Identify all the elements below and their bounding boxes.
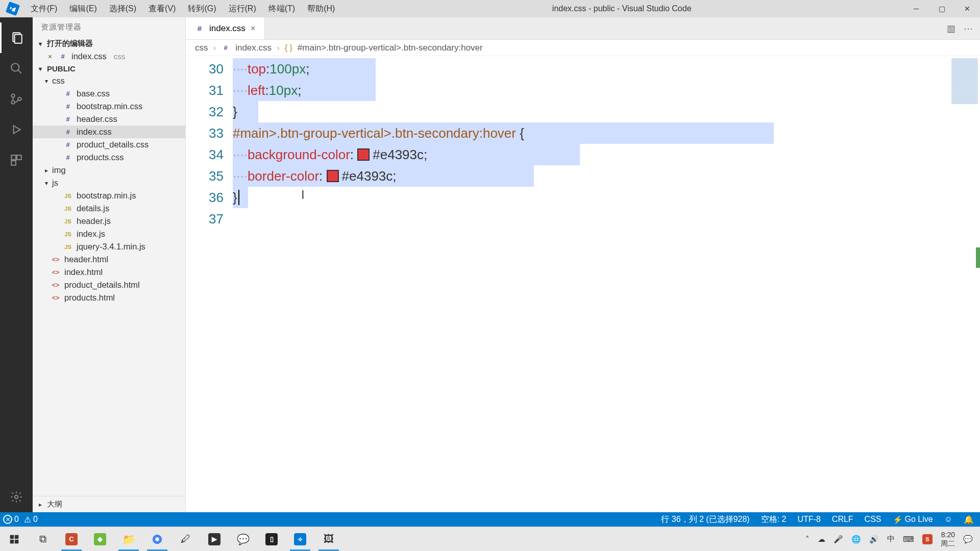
activity-extensions-icon[interactable] [0,145,33,176]
js-icon: JS [63,244,72,250]
minimize-button[interactable]: ─ [903,0,929,17]
activity-settings-icon[interactable] [0,482,33,512]
svg-line-3 [18,70,21,73]
status-warnings[interactable]: ⚠0 [24,515,38,524]
file-label: header.js [77,216,111,226]
taskbar-app-3[interactable]: 🖊 [172,527,200,551]
tab-close-icon[interactable]: × [251,24,255,33]
more-actions-icon[interactable]: ⋯ [964,23,973,34]
tabs-row: # index.css × ▥ ⋯ [186,17,980,40]
breadcrumb-part[interactable]: css [195,43,208,53]
workspace-root-label: PUBLIC [47,64,76,73]
tray-volume-icon[interactable]: 🔊 [869,535,879,544]
file-bootstrap-css[interactable]: #bootstrap.min.css [33,100,185,113]
maximize-button[interactable]: ▢ [929,0,954,17]
status-cursor-position[interactable]: 行 36，列 2 (已选择928) [661,514,749,525]
taskbar-app-2[interactable]: ◆ [86,527,114,551]
file-bootstrap-js[interactable]: JSbootstrap.min.js [33,189,185,202]
svg-rect-14 [10,539,14,543]
taskbar-app-4[interactable]: ▶ [200,527,229,551]
file-base-css[interactable]: #base.css [33,87,185,100]
status-golive[interactable]: ⚡Go Live [893,515,933,524]
tray-notifications-icon[interactable]: 💬 [963,535,973,544]
html-icon: <> [51,268,60,276]
outline-section[interactable]: ▸ 大纲 [33,496,185,512]
file-product-details-html[interactable]: <>product_details.html [33,279,185,291]
status-bell-icon[interactable]: 🔔 [964,515,974,524]
close-button[interactable]: ✕ [954,0,980,17]
menu-help[interactable]: 帮助(H) [302,2,340,16]
activity-debug-icon[interactable] [0,114,33,145]
tray-app-icon[interactable]: S [922,534,933,544]
menu-edit[interactable]: 编辑(E) [64,2,102,16]
breadcrumb-part[interactable]: #main>.btn-group-vertical>.btn-secondary… [298,43,483,53]
taskbar-images[interactable]: 🖼 [314,527,343,551]
taskbar: ⧉ C ◆ 📁 🖊 ▶ 💬 ▯ ⟢ 🖼 ˄ ☁ 🎤 🌐 🔊 中 ⌨ S 8:20… [0,527,980,551]
menu-go[interactable]: 转到(G) [183,2,221,16]
svg-point-17 [155,537,159,541]
activity-search-icon[interactable] [0,53,33,84]
file-jquery-js[interactable]: JSjquery-3.4.1.min.js [33,240,185,253]
workspace-root[interactable]: ▾ PUBLIC [33,63,185,74]
open-editors-section[interactable]: ▾ 打开的编辑器 [33,37,185,50]
breadcrumb[interactable]: css › # index.css › { } #main>.btn-group… [186,40,980,56]
clock-time: 8:20 [941,531,955,539]
taskbar-chrome[interactable] [143,527,172,551]
status-eol[interactable]: CRLF [832,515,853,524]
activity-explorer-icon[interactable] [0,22,33,53]
minimap[interactable] [951,58,978,104]
file-details-js[interactable]: JSdetails.js [33,202,185,215]
breadcrumb-part[interactable]: index.css [235,43,272,53]
task-view-button[interactable]: ⧉ [29,527,57,551]
taskbar-terminal[interactable]: ▯ [257,527,286,551]
status-feedback-icon[interactable]: ☺ [944,515,952,524]
error-icon: ✕ [3,515,12,524]
activity-scm-icon[interactable] [0,84,33,114]
status-errors[interactable]: ✕0 [3,515,19,524]
file-header-js[interactable]: JSheader.js [33,215,185,228]
status-indent[interactable]: 空格: 2 [761,514,787,525]
folder-img[interactable]: ▸ img [33,164,185,177]
folder-js[interactable]: ▾ js [33,177,185,189]
svg-rect-10 [11,161,16,165]
file-products-html[interactable]: <>products.html [33,291,185,304]
folder-label: css [52,76,65,86]
file-index-css[interactable]: #index.css [33,126,185,138]
file-index-html[interactable]: <>index.html [33,266,185,279]
code-content[interactable]: ····top:100px;····left:10px;}#main>.btn-… [233,56,980,512]
file-products-css[interactable]: #products.css [33,151,185,164]
folder-css[interactable]: ▾ css [33,74,185,87]
tray-ime-icon[interactable]: 中 [887,534,895,544]
file-header-html[interactable]: <>header.html [33,253,185,266]
menu-file[interactable]: 文件(F) [26,2,62,16]
tray-expand-icon[interactable]: ˄ [805,535,810,544]
menu-run[interactable]: 运行(R) [224,2,261,16]
file-product-details-css[interactable]: #product_details.css [33,138,185,151]
taskbar-app-1[interactable]: C [57,527,86,551]
tray-mic-icon[interactable]: 🎤 [834,535,843,544]
taskbar-vscode[interactable]: ⟢ [286,527,314,551]
hash-icon: # [63,128,72,136]
status-encoding[interactable]: UTF-8 [798,515,821,524]
menu-selection[interactable]: 选择(S) [104,2,141,16]
split-editor-icon[interactable]: ▥ [947,23,955,34]
menu-view[interactable]: 查看(V) [143,2,181,16]
tray-keyboard-icon[interactable]: ⌨ [903,535,914,544]
tray-network-icon[interactable]: 🌐 [851,535,861,544]
hash-icon: # [195,24,204,33]
menu-terminal[interactable]: 终端(T) [263,2,300,16]
file-label: index.css [77,127,112,137]
tray-onedrive-icon[interactable]: ☁ [818,535,825,544]
status-language[interactable]: CSS [865,515,881,524]
file-index-js[interactable]: JSindex.js [33,228,185,240]
close-icon[interactable]: × [46,53,54,61]
tray-clock[interactable]: 8:20 周二 [941,531,955,547]
chevron-right-icon: ▸ [43,167,50,174]
open-editor-item[interactable]: × # index.css css [33,50,185,63]
tab-index-css[interactable]: # index.css × [186,17,265,39]
start-button[interactable] [0,527,29,551]
file-header-css[interactable]: #header.css [33,113,185,126]
taskbar-wechat[interactable]: 💬 [229,527,257,551]
taskbar-explorer[interactable]: 📁 [114,527,143,551]
code-editor[interactable]: 3031323334353637 ····top:100px;····left:… [186,56,980,512]
